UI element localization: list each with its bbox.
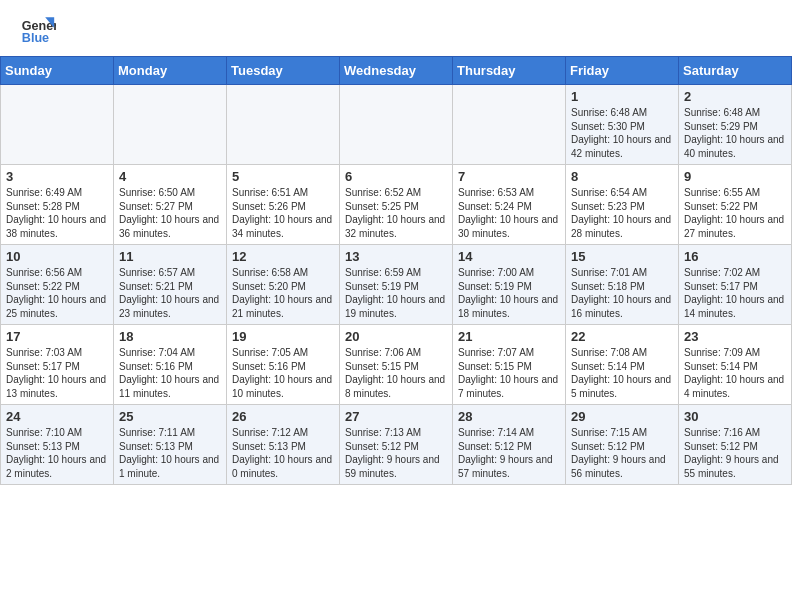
day-number: 19 — [232, 329, 334, 344]
day-number: 23 — [684, 329, 786, 344]
day-number: 12 — [232, 249, 334, 264]
day-content: Sunrise: 7:10 AM Sunset: 5:13 PM Dayligh… — [6, 426, 108, 480]
day-number: 25 — [119, 409, 221, 424]
day-content: Sunrise: 6:50 AM Sunset: 5:27 PM Dayligh… — [119, 186, 221, 240]
day-content: Sunrise: 7:07 AM Sunset: 5:15 PM Dayligh… — [458, 346, 560, 400]
day-content: Sunrise: 6:48 AM Sunset: 5:29 PM Dayligh… — [684, 106, 786, 160]
day-content: Sunrise: 7:16 AM Sunset: 5:12 PM Dayligh… — [684, 426, 786, 480]
day-number: 14 — [458, 249, 560, 264]
day-content: Sunrise: 6:57 AM Sunset: 5:21 PM Dayligh… — [119, 266, 221, 320]
calendar-cell: 23Sunrise: 7:09 AM Sunset: 5:14 PM Dayli… — [679, 325, 792, 405]
day-content: Sunrise: 6:58 AM Sunset: 5:20 PM Dayligh… — [232, 266, 334, 320]
page-header: General Blue — [0, 0, 792, 51]
day-header-monday: Monday — [114, 57, 227, 85]
calendar-cell: 14Sunrise: 7:00 AM Sunset: 5:19 PM Dayli… — [453, 245, 566, 325]
day-content: Sunrise: 7:12 AM Sunset: 5:13 PM Dayligh… — [232, 426, 334, 480]
calendar-cell — [227, 85, 340, 165]
calendar-cell: 18Sunrise: 7:04 AM Sunset: 5:16 PM Dayli… — [114, 325, 227, 405]
day-header-tuesday: Tuesday — [227, 57, 340, 85]
day-content: Sunrise: 6:59 AM Sunset: 5:19 PM Dayligh… — [345, 266, 447, 320]
day-content: Sunrise: 7:00 AM Sunset: 5:19 PM Dayligh… — [458, 266, 560, 320]
day-content: Sunrise: 6:49 AM Sunset: 5:28 PM Dayligh… — [6, 186, 108, 240]
calendar-cell: 12Sunrise: 6:58 AM Sunset: 5:20 PM Dayli… — [227, 245, 340, 325]
day-content: Sunrise: 6:52 AM Sunset: 5:25 PM Dayligh… — [345, 186, 447, 240]
calendar-cell — [453, 85, 566, 165]
calendar-week-3: 10Sunrise: 6:56 AM Sunset: 5:22 PM Dayli… — [1, 245, 792, 325]
day-number: 24 — [6, 409, 108, 424]
day-content: Sunrise: 7:05 AM Sunset: 5:16 PM Dayligh… — [232, 346, 334, 400]
day-header-friday: Friday — [566, 57, 679, 85]
calendar-cell: 27Sunrise: 7:13 AM Sunset: 5:12 PM Dayli… — [340, 405, 453, 485]
day-number: 26 — [232, 409, 334, 424]
calendar-week-1: 1Sunrise: 6:48 AM Sunset: 5:30 PM Daylig… — [1, 85, 792, 165]
calendar-cell — [114, 85, 227, 165]
day-content: Sunrise: 7:15 AM Sunset: 5:12 PM Dayligh… — [571, 426, 673, 480]
day-number: 13 — [345, 249, 447, 264]
calendar-cell: 21Sunrise: 7:07 AM Sunset: 5:15 PM Dayli… — [453, 325, 566, 405]
day-number: 17 — [6, 329, 108, 344]
calendar-table: SundayMondayTuesdayWednesdayThursdayFrid… — [0, 56, 792, 485]
calendar-cell — [340, 85, 453, 165]
day-number: 10 — [6, 249, 108, 264]
day-number: 2 — [684, 89, 786, 104]
day-number: 5 — [232, 169, 334, 184]
calendar-cell: 19Sunrise: 7:05 AM Sunset: 5:16 PM Dayli… — [227, 325, 340, 405]
calendar-cell: 22Sunrise: 7:08 AM Sunset: 5:14 PM Dayli… — [566, 325, 679, 405]
calendar-header-row: SundayMondayTuesdayWednesdayThursdayFrid… — [1, 57, 792, 85]
day-number: 22 — [571, 329, 673, 344]
day-content: Sunrise: 6:53 AM Sunset: 5:24 PM Dayligh… — [458, 186, 560, 240]
calendar-cell: 16Sunrise: 7:02 AM Sunset: 5:17 PM Dayli… — [679, 245, 792, 325]
day-content: Sunrise: 7:11 AM Sunset: 5:13 PM Dayligh… — [119, 426, 221, 480]
calendar-cell — [1, 85, 114, 165]
calendar-body: 1Sunrise: 6:48 AM Sunset: 5:30 PM Daylig… — [1, 85, 792, 485]
calendar-cell: 28Sunrise: 7:14 AM Sunset: 5:12 PM Dayli… — [453, 405, 566, 485]
day-content: Sunrise: 6:54 AM Sunset: 5:23 PM Dayligh… — [571, 186, 673, 240]
day-content: Sunrise: 7:02 AM Sunset: 5:17 PM Dayligh… — [684, 266, 786, 320]
calendar-cell: 13Sunrise: 6:59 AM Sunset: 5:19 PM Dayli… — [340, 245, 453, 325]
day-content: Sunrise: 7:09 AM Sunset: 5:14 PM Dayligh… — [684, 346, 786, 400]
calendar-cell: 1Sunrise: 6:48 AM Sunset: 5:30 PM Daylig… — [566, 85, 679, 165]
calendar-week-5: 24Sunrise: 7:10 AM Sunset: 5:13 PM Dayli… — [1, 405, 792, 485]
day-number: 6 — [345, 169, 447, 184]
day-header-sunday: Sunday — [1, 57, 114, 85]
calendar-cell: 2Sunrise: 6:48 AM Sunset: 5:29 PM Daylig… — [679, 85, 792, 165]
calendar-week-4: 17Sunrise: 7:03 AM Sunset: 5:17 PM Dayli… — [1, 325, 792, 405]
logo: General Blue — [20, 10, 60, 46]
day-content: Sunrise: 7:04 AM Sunset: 5:16 PM Dayligh… — [119, 346, 221, 400]
day-number: 4 — [119, 169, 221, 184]
calendar-cell: 26Sunrise: 7:12 AM Sunset: 5:13 PM Dayli… — [227, 405, 340, 485]
day-content: Sunrise: 6:48 AM Sunset: 5:30 PM Dayligh… — [571, 106, 673, 160]
calendar-cell: 29Sunrise: 7:15 AM Sunset: 5:12 PM Dayli… — [566, 405, 679, 485]
day-number: 28 — [458, 409, 560, 424]
day-number: 30 — [684, 409, 786, 424]
logo-icon: General Blue — [20, 10, 56, 46]
calendar-cell: 20Sunrise: 7:06 AM Sunset: 5:15 PM Dayli… — [340, 325, 453, 405]
calendar-cell: 17Sunrise: 7:03 AM Sunset: 5:17 PM Dayli… — [1, 325, 114, 405]
calendar-cell: 11Sunrise: 6:57 AM Sunset: 5:21 PM Dayli… — [114, 245, 227, 325]
day-header-thursday: Thursday — [453, 57, 566, 85]
day-number: 20 — [345, 329, 447, 344]
day-number: 3 — [6, 169, 108, 184]
calendar-cell: 25Sunrise: 7:11 AM Sunset: 5:13 PM Dayli… — [114, 405, 227, 485]
day-content: Sunrise: 7:08 AM Sunset: 5:14 PM Dayligh… — [571, 346, 673, 400]
svg-text:Blue: Blue — [22, 31, 49, 45]
day-content: Sunrise: 7:03 AM Sunset: 5:17 PM Dayligh… — [6, 346, 108, 400]
day-number: 1 — [571, 89, 673, 104]
calendar-cell: 6Sunrise: 6:52 AM Sunset: 5:25 PM Daylig… — [340, 165, 453, 245]
day-number: 27 — [345, 409, 447, 424]
day-header-wednesday: Wednesday — [340, 57, 453, 85]
day-content: Sunrise: 7:01 AM Sunset: 5:18 PM Dayligh… — [571, 266, 673, 320]
calendar-cell: 4Sunrise: 6:50 AM Sunset: 5:27 PM Daylig… — [114, 165, 227, 245]
day-header-saturday: Saturday — [679, 57, 792, 85]
calendar-cell: 24Sunrise: 7:10 AM Sunset: 5:13 PM Dayli… — [1, 405, 114, 485]
calendar-cell: 5Sunrise: 6:51 AM Sunset: 5:26 PM Daylig… — [227, 165, 340, 245]
calendar-cell: 3Sunrise: 6:49 AM Sunset: 5:28 PM Daylig… — [1, 165, 114, 245]
day-number: 11 — [119, 249, 221, 264]
calendar-cell: 9Sunrise: 6:55 AM Sunset: 5:22 PM Daylig… — [679, 165, 792, 245]
day-number: 7 — [458, 169, 560, 184]
day-number: 18 — [119, 329, 221, 344]
day-content: Sunrise: 6:55 AM Sunset: 5:22 PM Dayligh… — [684, 186, 786, 240]
day-content: Sunrise: 6:51 AM Sunset: 5:26 PM Dayligh… — [232, 186, 334, 240]
calendar-week-2: 3Sunrise: 6:49 AM Sunset: 5:28 PM Daylig… — [1, 165, 792, 245]
day-number: 8 — [571, 169, 673, 184]
